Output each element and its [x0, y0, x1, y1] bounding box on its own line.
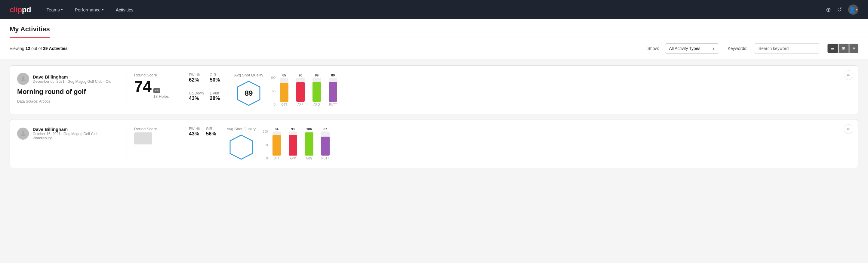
bar-group: 87 PUTT	[318, 127, 333, 160]
gir-value: 50%	[210, 77, 224, 83]
performance-chevron-icon: ▾	[102, 8, 104, 12]
one-putt-group: 1 Putt 28%	[210, 91, 224, 107]
add-icon[interactable]: ⊕	[826, 6, 831, 13]
page-title: My Activities	[10, 19, 50, 38]
gir-label: GIR	[210, 73, 224, 77]
card-left: Dave Billingham December 05, 2021 · Gog …	[17, 73, 119, 104]
bar-group: 90 APP	[293, 74, 308, 106]
bar-group: 89 PUTT	[326, 74, 340, 106]
one-putt-value: 28%	[210, 95, 224, 101]
logo-white: pd	[22, 5, 31, 14]
nav-activities[interactable]: Activities	[115, 5, 135, 15]
search-input[interactable]	[754, 43, 820, 54]
bar-outer	[312, 78, 321, 102]
fw-hit-label: FW Hit	[189, 127, 200, 131]
avatar-chevron: ▾	[856, 8, 858, 12]
shot-quality-section: Avg Shot Quality 89 100 50 0	[234, 73, 340, 107]
bar-value: 90	[299, 74, 302, 77]
view-grid-button[interactable]: ⊞	[839, 43, 849, 53]
bar-fill	[312, 82, 321, 102]
navbar: clippd Teams ▾ Performance ▾ Activities …	[0, 0, 868, 19]
shot-quality-section: Avg Shot Quality 100 50 0	[226, 127, 333, 161]
edit-button[interactable]: ✏	[844, 124, 853, 134]
activity-type-value: All Activity Types	[669, 46, 700, 51]
bar-fill	[321, 137, 330, 155]
bar-value: 106	[306, 127, 312, 131]
data-source: Data Source: Arccos	[17, 99, 119, 104]
gir-group: GIR 50%	[210, 73, 224, 89]
logo-red: clip	[10, 5, 22, 14]
bar-fill	[296, 82, 305, 102]
round-score-section: Round Score 74 +4 18 Holes	[134, 73, 179, 107]
fw-hit-value: 62%	[189, 77, 204, 83]
fw-hit-group: FW Hit 62%	[189, 73, 204, 89]
user-avatar-button[interactable]: 👤 ▾	[848, 4, 858, 15]
view-toggle: ☰ ⊞ ≡	[828, 43, 858, 53]
edit-button[interactable]: ✏	[844, 70, 853, 80]
brand-logo[interactable]: clippd	[10, 5, 31, 14]
mini-stats: FW Hit 43% GIR 56%	[189, 127, 217, 161]
bar-value: 89	[315, 74, 318, 77]
nav-teams[interactable]: Teams ▾	[45, 5, 64, 15]
bar-outer	[296, 78, 305, 102]
bar-outer	[305, 132, 313, 155]
avg-shot-quality-label: Avg Shot Quality	[234, 73, 264, 77]
user-name: Dave Billingham	[32, 127, 119, 132]
viewing-count: 12	[26, 46, 30, 51]
activity-type-dropdown[interactable]: All Activity Types ▾	[665, 43, 719, 54]
svg-point-0	[22, 77, 24, 79]
round-score-value: 74 +4 18 Holes	[134, 79, 179, 99]
activity-card: ✏ Dave Billingham December 05, 2021 · Go…	[10, 65, 858, 114]
one-putt-label: 1 Putt	[210, 91, 224, 95]
bar-outer	[280, 78, 288, 102]
activity-type-chevron-icon: ▾	[713, 46, 715, 51]
bar-value: 89	[331, 74, 335, 77]
card-title: Morning round of golf	[17, 88, 119, 96]
bar-label: PUTT	[329, 103, 337, 106]
gir-value: 56%	[206, 131, 217, 137]
show-label: Show:	[648, 46, 659, 51]
nav-performance[interactable]: Performance ▾	[74, 5, 105, 15]
bar-group: 85 OTT	[277, 74, 292, 106]
refresh-icon[interactable]: ↺	[837, 6, 842, 13]
bar-fill	[289, 135, 297, 155]
bar-label: APP	[298, 103, 304, 106]
view-compact-button[interactable]: ≡	[849, 43, 858, 53]
gir-label: GIR	[206, 127, 217, 131]
viewing-total: 29	[43, 46, 48, 51]
view-list-button[interactable]: ☰	[828, 43, 838, 53]
user-date: October 16, 2021 · Gog Magog Golf Club -…	[32, 132, 119, 140]
bar-outer	[273, 132, 281, 155]
user-name: Dave Billingham	[33, 74, 111, 80]
bar-group: 94 OTT	[269, 127, 284, 160]
fw-hit-value: 43%	[189, 131, 200, 137]
avg-shot-quality-label: Avg Shot Quality	[226, 127, 256, 131]
bar-chart-area: 100 50 0 85 OTT 90	[270, 74, 340, 106]
updown-group: Up/Down 43%	[189, 91, 204, 107]
bar-label: ARG	[306, 157, 312, 160]
bar-value: 87	[323, 127, 327, 131]
bar-group: 93 APP	[285, 127, 301, 160]
fw-hit-label: FW Hit	[189, 73, 204, 77]
bar-value: 93	[291, 127, 294, 131]
page-header: My Activities	[0, 19, 868, 38]
bar-outer	[321, 132, 330, 155]
bar-chart: 94 OTT 93 APP 106 ARG	[269, 127, 333, 160]
cards-container: ✏ Dave Billingham December 05, 2021 · Go…	[0, 59, 868, 174]
user-row: Dave Billingham December 05, 2021 · Gog …	[17, 73, 119, 85]
bar-fill	[280, 83, 288, 102]
teams-chevron-icon: ▾	[61, 8, 63, 12]
filter-bar: Viewing 12 out of 29 Activities Show: Al…	[0, 38, 868, 59]
round-score-label: Round Score	[134, 127, 179, 131]
avatar	[17, 127, 29, 140]
fw-hit-group: FW Hit 43%	[189, 127, 200, 148]
hexagon-container: Avg Shot Quality 89	[234, 73, 264, 107]
bar-chart-y-axis: 100 50 0	[270, 76, 276, 106]
bar-fill	[305, 133, 313, 155]
avatar	[17, 73, 29, 85]
round-score-label: Round Score	[134, 73, 179, 77]
bar-value: 94	[275, 127, 278, 131]
svg-point-2	[22, 131, 24, 134]
bar-label: OTT	[281, 103, 287, 106]
round-score-value	[134, 133, 179, 144]
